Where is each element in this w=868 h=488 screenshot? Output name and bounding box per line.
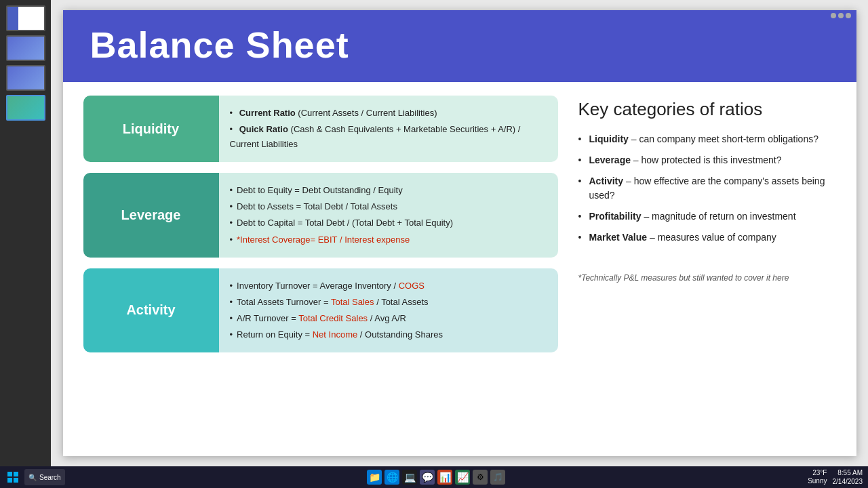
slide-thumb-4[interactable] [6,95,45,121]
leverage-card: Leverage Debt to Equity = Debt Outstandi… [83,173,558,257]
vscode-icon[interactable]: 💻 [402,470,417,485]
clock: 8:55 AM 2/14/2023 [832,468,863,486]
search-button[interactable]: 🔍 Search [24,469,65,485]
liquidity-bullet-1: Current Ratio (Current Assets / Current … [230,105,547,121]
slide-thumb-1[interactable] [6,5,45,31]
teams-icon[interactable]: 💬 [420,470,435,485]
weather-info: 23°F Sunny [808,469,827,485]
liquidity-card: Liquidity Current Ratio (Current Assets … [83,96,558,162]
activity-bullet-1: Inventory Turnover = Average Inventory /… [230,278,547,294]
search-icon: 🔍 [28,474,37,481]
leverage-bullet-2: Debt to Assets = Total Debt / Total Asse… [230,199,547,215]
slide-title: Balance Sheet [90,24,829,66]
dot-2 [838,13,844,18]
windows-icon[interactable] [5,470,20,485]
main-presentation-area: Balance Sheet Liquidity Current Ratio (C… [51,0,868,466]
slide-panel [0,0,51,466]
title-bar-dots [831,13,851,18]
key-item-activity: Activity – how effective are the company… [578,174,836,203]
search-label: Search [39,474,61,481]
date-display: 2/14/2023 [832,477,863,486]
activity-content: Inventory Turnover = Average Inventory /… [219,268,558,352]
cards-section: Liquidity Current Ratio (Current Assets … [83,96,558,443]
taskbar-right: 23°F Sunny 8:55 AM 2/14/2023 [808,468,863,486]
taskbar: 🔍 Search 📁 🌐 💻 💬 📊 📈 ⚙ 🎵 23°F Sunny 8:55… [0,466,868,488]
activity-bullet-4: Return on Equity = Net Income / Outstand… [230,327,547,343]
dot-1 [831,13,836,18]
key-item-profitability: Profitability – magnitude of return on i… [578,209,836,224]
leverage-bullet-1: Debt to Equity = Debt Outstanding / Equi… [230,182,547,199]
edge-icon[interactable]: 🌐 [384,470,399,485]
liquidity-bullet-2: Quick Ratio (Cash & Cash Equivalents + M… [230,121,547,152]
leverage-bullet-3: Debt to Capital = Total Debt / (Total De… [230,215,547,231]
app-icon-1[interactable]: ⚙ [473,470,488,485]
key-categories-title: Key categories of ratios [578,99,836,120]
powerpoint-icon[interactable]: 📊 [437,470,452,485]
svg-rect-3 [14,478,18,483]
key-item-liquidity: Liquidity – can company meet short-term … [578,132,836,146]
key-categories-list: Liquidity – can company meet short-term … [578,132,836,245]
slide: Balance Sheet Liquidity Current Ratio (C… [63,10,856,456]
slide-content: Liquidity Current Ratio (Current Assets … [63,82,856,456]
liquidity-label: Liquidity [83,96,219,162]
footnote: *Technically P&L measures but still want… [578,272,836,284]
key-item-leverage: Leverage – how protected is this investm… [578,153,836,167]
explorer-icon[interactable]: 📁 [367,470,382,485]
right-section: Key categories of ratios Liquidity – can… [558,96,836,443]
leverage-content: Debt to Equity = Debt Outstanding / Equi… [219,173,558,257]
dot-3 [846,13,851,18]
key-item-market-value: Market Value – measures value of company [578,230,836,245]
excel-icon[interactable]: 📈 [455,470,470,485]
leverage-bullet-4: *Interest Coverage= EBIT / Interest expe… [230,232,547,248]
taskbar-left: 🔍 Search [5,469,65,485]
activity-label: Activity [83,268,219,352]
time-display: 8:55 AM [837,468,863,477]
activity-bullet-2: Total Assets Turnover = Total Sales / To… [230,294,547,310]
slide-thumb-3[interactable] [6,65,45,91]
activity-bullet-3: A/R Turnover = Total Credit Sales / Avg … [230,310,547,327]
weather-condition: Sunny [808,477,827,485]
leverage-label: Leverage [83,173,219,257]
activity-card: Activity Inventory Turnover = Average In… [83,268,558,352]
svg-rect-0 [7,472,12,476]
weather-temp: 23°F [812,469,827,477]
liquidity-content: Current Ratio (Current Assets / Current … [219,96,558,162]
taskbar-center: 📁 🌐 💻 💬 📊 📈 ⚙ 🎵 [367,470,505,485]
svg-rect-2 [7,478,12,483]
slide-header: Balance Sheet [63,10,856,82]
slide-thumb-2[interactable] [6,35,45,61]
app-icon-2[interactable]: 🎵 [490,470,505,485]
svg-rect-1 [14,472,18,476]
